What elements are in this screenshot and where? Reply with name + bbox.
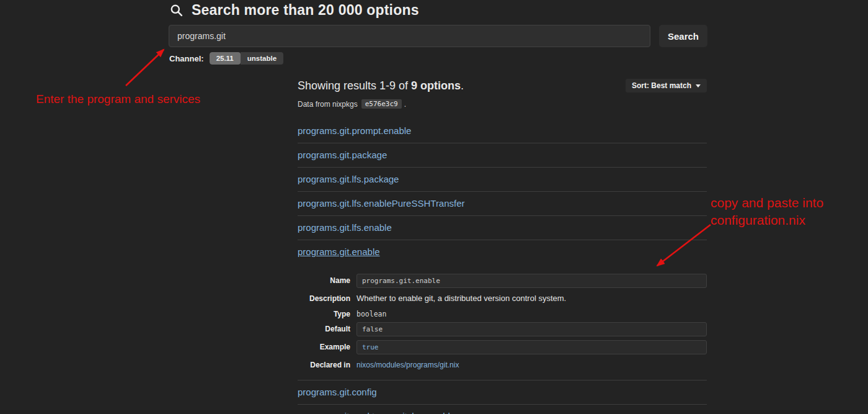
result-item: programs.git.lfs.enable	[298, 216, 707, 240]
annotation-copy-paste: copy and paste into configuration.nix	[711, 194, 823, 229]
result-item: programs.git.lfs.enablePureSSHTransfer	[298, 192, 707, 216]
channel-button-group: 25.11 unstable	[210, 52, 283, 65]
data-source-note: Data from nixpkgs e576e3c9 .	[298, 99, 707, 109]
result-item: programs.git.prompt.enable	[298, 119, 707, 143]
sort-dropdown-label: Sort: Best match	[632, 81, 691, 90]
result-item: programs.git.config	[298, 380, 707, 405]
option-description-text: Whether to enable git, a distributed ver…	[356, 292, 707, 304]
results-panel: Showing results 1-9 of 9 options. Sort: …	[298, 78, 707, 414]
result-item: programs.git.package	[298, 143, 707, 168]
detail-row-type: Type boolean	[298, 307, 707, 318]
result-item-expanded: programs.git.enable Name programs.git.en…	[298, 240, 707, 380]
result-link-lfs-enablepuresshtransfer[interactable]: programs.git.lfs.enablePureSSHTransfer	[298, 198, 465, 209]
detail-label: Declared in	[298, 358, 350, 370]
channel-label: Channel:	[169, 54, 204, 63]
result-item: programs.git.lfs.package	[298, 168, 707, 192]
channel-option-unstable[interactable]: unstable	[241, 52, 283, 65]
result-link-config[interactable]: programs.git.config	[298, 387, 377, 398]
search-icon	[170, 4, 184, 17]
annotation-arrow-to-search-input	[126, 50, 164, 86]
detail-label: Name	[298, 274, 350, 288]
option-type-text: boolean	[356, 307, 707, 318]
detail-label: Type	[298, 307, 350, 318]
page-title: Search more than 20 000 options	[170, 2, 419, 19]
result-link-lfs-package[interactable]: programs.git.lfs.package	[298, 174, 399, 185]
results-summary: Showing results 1-9 of 9 options.	[298, 78, 464, 93]
detail-row-name: Name programs.git.enable	[298, 274, 707, 288]
result-list: programs.git.prompt.enable programs.git.…	[298, 119, 707, 414]
channel-row: Channel: 25.11 unstable	[169, 52, 283, 65]
search-button[interactable]: Search	[659, 25, 707, 47]
nixpkgs-commit-hash: e576e3c9	[361, 99, 402, 109]
result-link-prompt-enable[interactable]: programs.git.prompt.enable	[298, 125, 411, 137]
detail-row-declared-in: Declared in nixos/modules/programs/git.n…	[298, 358, 707, 370]
detail-row-default: Default false	[298, 322, 707, 336]
option-detail-panel: Name programs.git.enable Description Whe…	[298, 274, 707, 370]
result-link-worktree-switcher-enable[interactable]: programs.git-worktree-switcher.enable	[298, 411, 455, 414]
sort-dropdown[interactable]: Sort: Best match	[626, 79, 707, 92]
caret-down-icon	[696, 84, 701, 88]
declared-in-link[interactable]: nixos/modules/programs/git.nix	[356, 358, 459, 369]
result-link-git-enable[interactable]: programs.git.enable	[298, 246, 380, 258]
detail-label: Example	[298, 340, 350, 354]
page-title-text: Search more than 20 000 options	[192, 2, 419, 19]
detail-label: Description	[298, 292, 350, 304]
result-item: programs.git-worktree-switcher.enable	[298, 405, 707, 414]
result-link-package[interactable]: programs.git.package	[298, 150, 387, 161]
annotation-enter-program: Enter the program and services	[36, 92, 200, 106]
search-input[interactable]	[169, 25, 650, 47]
channel-option-25-11[interactable]: 25.11	[210, 52, 241, 65]
option-example-codebox: true	[356, 340, 707, 354]
results-header: Showing results 1-9 of 9 options. Sort: …	[298, 78, 707, 93]
detail-label: Default	[298, 322, 350, 336]
detail-row-example: Example true	[298, 340, 707, 354]
option-default-codebox: false	[356, 322, 707, 336]
option-name-codebox: programs.git.enable	[356, 274, 707, 288]
result-link-lfs-enable[interactable]: programs.git.lfs.enable	[298, 222, 392, 233]
detail-row-description: Description Whether to enable git, a dis…	[298, 292, 707, 304]
